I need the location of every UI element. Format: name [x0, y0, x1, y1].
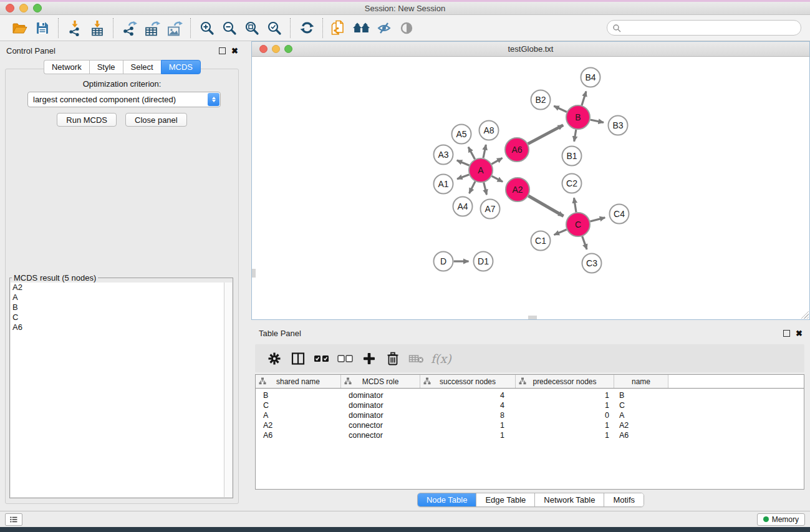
- home-icon[interactable]: [350, 17, 373, 39]
- tab-select[interactable]: Select: [123, 60, 161, 74]
- graph-edge-B-B2[interactable]: [554, 106, 567, 112]
- column-header-shared-name[interactable]: shared name: [256, 375, 341, 388]
- tab-edge-table[interactable]: Edge Table: [476, 493, 535, 506]
- graph-node-A4[interactable]: A4: [453, 197, 473, 216]
- float-panel-icon[interactable]: [219, 47, 226, 54]
- graph-edge-A6-B[interactable]: [528, 125, 563, 144]
- close-table-panel-icon[interactable]: ✖: [796, 331, 803, 336]
- import-network-icon[interactable]: [64, 17, 86, 39]
- mcds-result-list[interactable]: A2ABCA6: [11, 283, 224, 497]
- import-table-icon[interactable]: [86, 17, 108, 39]
- export-table-icon[interactable]: [141, 17, 163, 39]
- graph-node-B4[interactable]: B4: [581, 68, 600, 87]
- node-table[interactable]: shared nameMCDS rolesuccessor nodesprede…: [255, 374, 804, 490]
- run-mcds-button[interactable]: Run MCDS: [57, 113, 117, 127]
- list-item[interactable]: A: [11, 293, 224, 302]
- close-panel-icon[interactable]: ✖: [231, 48, 238, 54]
- float-table-panel-icon[interactable]: [783, 330, 790, 337]
- search-input[interactable]: [624, 23, 796, 33]
- graph-node-A[interactable]: A: [469, 158, 493, 182]
- graph-edge-B-B1[interactable]: [574, 130, 576, 142]
- refresh-icon[interactable]: [296, 17, 318, 39]
- add-column-icon[interactable]: [359, 348, 380, 369]
- list-item[interactable]: A6: [11, 322, 224, 332]
- graph-node-A7[interactable]: A7: [481, 200, 500, 219]
- tab-mcds[interactable]: MCDS: [161, 60, 201, 74]
- table-row[interactable]: Cdominator41C: [256, 400, 804, 410]
- graph-edge-C-C4[interactable]: [590, 218, 605, 221]
- graph-edge-A-A6[interactable]: [491, 158, 502, 164]
- export-network-icon[interactable]: [118, 17, 141, 39]
- graph-edge-C-C3[interactable]: [582, 236, 587, 249]
- zoom-in-icon[interactable]: [196, 17, 218, 39]
- column-header-name[interactable]: name: [614, 375, 668, 388]
- graph-node-C4[interactable]: C4: [610, 205, 629, 224]
- table-row[interactable]: A6connector11A6: [256, 430, 804, 440]
- network-canvas[interactable]: AA1A2A3A4A5A6A7A8BB1B2B3B4CC1C2C3C4DD1: [252, 57, 809, 319]
- hide-icon[interactable]: [373, 17, 395, 39]
- column-header-MCDS-role[interactable]: MCDS role: [341, 375, 420, 388]
- zoom-fit-icon[interactable]: [241, 17, 263, 39]
- graph-node-B[interactable]: B: [566, 105, 590, 129]
- tab-motifs[interactable]: Motifs: [604, 493, 644, 506]
- graph-edge-A-A5[interactable]: [468, 147, 475, 160]
- memory-button[interactable]: Memory: [757, 513, 805, 526]
- graph-edge-A2-C[interactable]: [528, 196, 563, 216]
- network-document-icon[interactable]: [328, 17, 350, 39]
- close-panel-button[interactable]: Close panel: [125, 113, 187, 127]
- search-field[interactable]: [607, 20, 801, 36]
- graph-edge-A-A4[interactable]: [470, 181, 476, 193]
- columns-icon[interactable]: [287, 348, 309, 369]
- list-item[interactable]: A2: [11, 283, 224, 293]
- canvas-vscroll-nub[interactable]: [252, 269, 256, 278]
- graph-edge-B-B4[interactable]: [582, 91, 586, 105]
- export-image-icon[interactable]: [163, 17, 186, 39]
- result-scrollbar[interactable]: [224, 283, 232, 497]
- column-header-successor-nodes[interactable]: successor nodes: [420, 375, 516, 388]
- table-row[interactable]: Bdominator41B: [256, 390, 804, 400]
- table-row[interactable]: A2connector11A2: [256, 420, 804, 430]
- graph-node-A2[interactable]: A2: [506, 178, 529, 201]
- delete-table-icon[interactable]: [406, 348, 427, 369]
- open-icon[interactable]: [9, 17, 31, 39]
- graph-node-B2[interactable]: B2: [531, 90, 551, 110]
- graph-edge-A-A7[interactable]: [484, 182, 487, 195]
- tab-network-table[interactable]: Network Table: [535, 493, 604, 506]
- graph-node-B3[interactable]: B3: [609, 116, 628, 135]
- graph-edge-A-A8[interactable]: [483, 145, 486, 158]
- graph-edge-A-A2[interactable]: [492, 176, 503, 181]
- graph-node-A6[interactable]: A6: [505, 138, 529, 162]
- tab-network[interactable]: Network: [44, 60, 89, 74]
- graph-node-A5[interactable]: A5: [452, 125, 471, 144]
- graph-edge-C-C1[interactable]: [554, 230, 567, 235]
- graph-node-D1[interactable]: D1: [474, 252, 493, 271]
- graph-edge-C-C2[interactable]: [574, 198, 576, 212]
- save-icon[interactable]: [31, 17, 54, 39]
- zoom-selected-icon[interactable]: [263, 17, 286, 39]
- select-all-icon[interactable]: [311, 348, 332, 369]
- canvas-hscroll-nub[interactable]: [528, 316, 537, 319]
- function-icon[interactable]: f(x): [431, 352, 451, 365]
- table-row[interactable]: Adominator80A: [256, 410, 804, 420]
- show-icon[interactable]: [395, 17, 418, 39]
- zoom-out-icon[interactable]: [218, 17, 241, 39]
- graph-node-D[interactable]: D: [434, 252, 453, 271]
- graph-node-A3[interactable]: A3: [434, 145, 453, 165]
- graph-edge-A-A3[interactable]: [457, 160, 470, 165]
- delete-icon[interactable]: [382, 348, 403, 369]
- tab-style[interactable]: Style: [89, 60, 123, 74]
- deselect-all-icon[interactable]: [335, 348, 356, 369]
- graph-node-C[interactable]: C: [566, 213, 590, 236]
- graph-node-A8[interactable]: A8: [480, 121, 499, 140]
- tab-node-table[interactable]: Node Table: [418, 493, 477, 506]
- graph-node-C2[interactable]: C2: [562, 174, 582, 193]
- list-item[interactable]: C: [11, 312, 224, 322]
- graph-edge-A-A1[interactable]: [457, 175, 469, 179]
- criterion-select[interactable]: largest connected component (directed): [27, 92, 221, 107]
- graph-node-A1[interactable]: A1: [434, 175, 453, 194]
- list-item[interactable]: B: [11, 302, 224, 312]
- graph-node-B1[interactable]: B1: [562, 147, 582, 166]
- graph-node-C1[interactable]: C1: [531, 231, 551, 251]
- panel-list-icon[interactable]: [5, 513, 22, 526]
- gear-icon[interactable]: [264, 348, 285, 369]
